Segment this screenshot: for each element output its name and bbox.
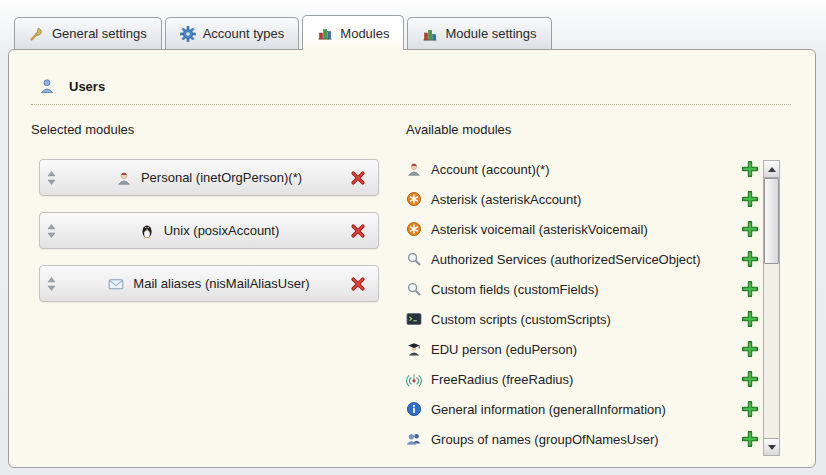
scroll-down-button[interactable] — [764, 438, 779, 455]
module-label: General information (generalInformation) — [431, 402, 666, 417]
module-label: FreeRadius (freeRadius) — [431, 372, 573, 387]
terminal-icon — [406, 311, 422, 327]
delete-x-icon[interactable] — [350, 223, 366, 239]
user-icon — [39, 78, 55, 94]
module-label: Asterisk voicemail (asteriskVoicemail) — [431, 222, 648, 237]
module-label: Personal (inetOrgPerson)(*) — [141, 170, 302, 185]
group-icon — [406, 431, 422, 447]
module-label: Custom fields (customFields) — [431, 282, 599, 297]
module-label: Custom scripts (customScripts) — [431, 312, 611, 327]
module-label: Authorized Services (authorizedServiceOb… — [431, 252, 701, 267]
radio-signal-icon — [406, 371, 422, 387]
add-plus-icon[interactable] — [742, 281, 758, 297]
module-label: Mail aliases (nisMailAliasUser) — [133, 276, 309, 291]
delete-x-icon[interactable] — [350, 276, 366, 292]
add-plus-icon[interactable] — [742, 431, 758, 447]
users-section-heading: Users — [39, 78, 105, 94]
add-plus-icon[interactable] — [742, 341, 758, 357]
section-title: Users — [69, 79, 105, 94]
module-label: Unix (posixAccount) — [164, 223, 280, 238]
selected-modules-heading: Selected modules — [31, 122, 134, 137]
available-module-row: Asterisk (asteriskAccount) — [406, 184, 758, 214]
selected-module-row[interactable]: Personal (inetOrgPerson)(*) — [39, 159, 379, 196]
section-divider — [31, 104, 791, 105]
person-icon — [116, 170, 132, 186]
add-plus-icon[interactable] — [742, 371, 758, 387]
bar-chart-icon — [422, 26, 438, 42]
modules-panel: Users Selected modules Available modules — [8, 49, 816, 468]
graduate-icon — [406, 341, 422, 357]
available-module-row: Custom scripts (customScripts) — [406, 304, 758, 334]
tab-module-settings[interactable]: Module settings — [407, 17, 551, 49]
asterisk-icon — [406, 221, 422, 237]
available-modules-scrollbar[interactable] — [763, 160, 780, 456]
arrow-up-icon — [768, 167, 776, 172]
available-module-row: Groups of names (groupOfNamesUser) — [406, 424, 758, 454]
add-plus-icon[interactable] — [742, 251, 758, 267]
drag-handle-icon[interactable] — [47, 276, 56, 291]
tools-icon — [29, 26, 45, 42]
person-icon — [406, 161, 422, 177]
envelope-icon — [108, 276, 124, 292]
tab-label: Module settings — [445, 26, 536, 41]
drag-handle-icon[interactable] — [47, 170, 56, 185]
available-module-row: General information (generalInformation) — [406, 394, 758, 424]
module-label: Asterisk (asteriskAccount) — [431, 192, 581, 207]
penguin-icon — [139, 223, 155, 239]
tab-general-settings[interactable]: General settings — [14, 17, 162, 49]
tab-label: Account types — [203, 26, 285, 41]
add-plus-icon[interactable] — [742, 191, 758, 207]
selected-module-row[interactable]: Unix (posixAccount) — [39, 212, 379, 249]
module-label: EDU person (eduPerson) — [431, 342, 577, 357]
arrow-down-icon — [768, 445, 776, 450]
available-modules-list: Account (account)(*) Asterisk (asteriskA… — [406, 154, 758, 454]
available-module-row: FreeRadius (freeRadius) — [406, 364, 758, 394]
gear-icon — [180, 26, 196, 42]
selected-module-row[interactable]: Mail aliases (nisMailAliasUser) — [39, 265, 379, 302]
tab-bar: General settings Account typ — [14, 15, 552, 50]
tab-account-types[interactable]: Account types — [165, 17, 300, 49]
scroll-up-button[interactable] — [764, 161, 779, 178]
magnifier-icon — [406, 251, 422, 267]
module-label: Groups of names (groupOfNamesUser) — [431, 432, 659, 447]
add-plus-icon[interactable] — [742, 221, 758, 237]
available-modules-heading: Available modules — [406, 122, 511, 137]
module-label: Account (account)(*) — [431, 162, 550, 177]
scroll-thumb[interactable] — [764, 178, 779, 264]
bar-chart-icon — [317, 25, 333, 41]
available-module-row: Asterisk voicemail (asteriskVoicemail) — [406, 214, 758, 244]
drag-handle-icon[interactable] — [47, 223, 56, 238]
available-module-row: Authorized Services (authorizedServiceOb… — [406, 244, 758, 274]
tab-label: Modules — [340, 26, 389, 41]
available-module-row: EDU person (eduPerson) — [406, 334, 758, 364]
add-plus-icon[interactable] — [742, 161, 758, 177]
available-module-row: Custom fields (customFields) — [406, 274, 758, 304]
add-plus-icon[interactable] — [742, 401, 758, 417]
tab-label: General settings — [52, 26, 147, 41]
lam-configuration-screen: General settings Account typ — [0, 0, 826, 475]
asterisk-icon — [406, 191, 422, 207]
selected-modules-list: Personal (inetOrgPerson)(*) — [39, 159, 379, 318]
delete-x-icon[interactable] — [350, 170, 366, 186]
add-plus-icon[interactable] — [742, 311, 758, 327]
available-module-row: Account (account)(*) — [406, 154, 758, 184]
info-icon — [406, 401, 422, 417]
tab-modules[interactable]: Modules — [302, 15, 404, 50]
magnifier-icon — [406, 281, 422, 297]
